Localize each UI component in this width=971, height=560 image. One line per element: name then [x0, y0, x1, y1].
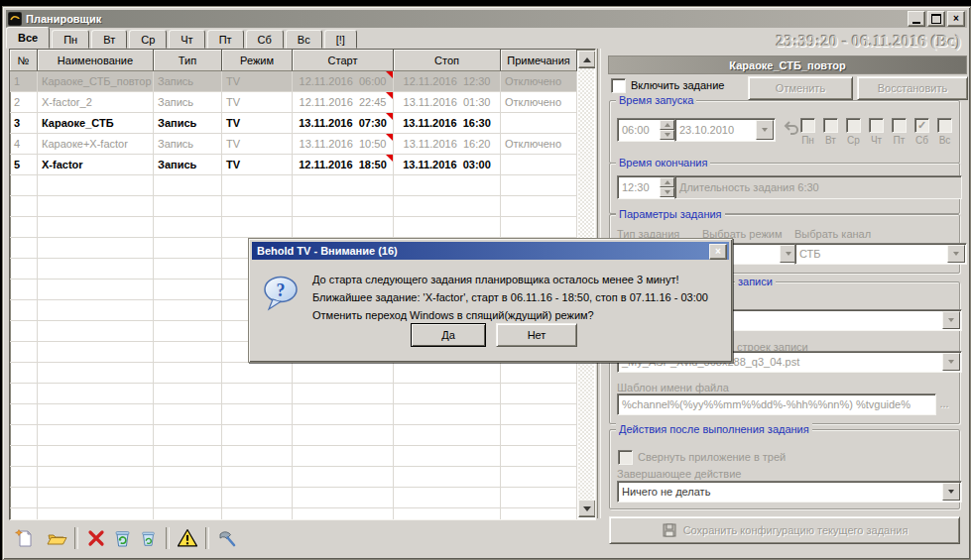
tray-checkbox-label: Свернуть приложение в трей: [638, 451, 786, 463]
table-row-empty: [10, 363, 577, 384]
channel-combo[interactable]: СТБ: [794, 243, 967, 265]
cancel-button[interactable]: Отменить: [748, 76, 853, 100]
table-row[interactable]: 3 Караоке_СТБ Запись TV 13.11.2016 07:30…: [10, 113, 577, 134]
dialog-title-bar: Behold TV - Внимание (16) ×: [252, 242, 729, 260]
start-time-spinner[interactable]: 06:00: [617, 118, 676, 142]
weekday-thu[interactable]: Чт: [865, 118, 888, 146]
final-action-combo[interactable]: Ничего не делать: [617, 481, 962, 503]
col-header-type[interactable]: Тип: [154, 50, 222, 71]
table-row[interactable]: 5 X-factor Запись TV 12.11.2016 18:50 13…: [10, 155, 577, 175]
weekday-sat[interactable]: ✓Сб: [910, 118, 933, 146]
behold-alert-dialog: Behold TV - Внимание (16) × ? До старта …: [248, 238, 733, 363]
recycle-timer-button[interactable]: [109, 526, 135, 550]
combo-arrow-icon[interactable]: [942, 353, 960, 371]
new-task-icon: [15, 528, 35, 548]
warnings-button[interactable]: [175, 526, 200, 550]
tab-sun[interactable]: Вс: [286, 30, 322, 49]
weekday-fri[interactable]: Пт: [888, 118, 910, 146]
table-row[interactable]: 4 Караоке+X-factor Запись TV 13.11.2016 …: [10, 134, 577, 155]
minimize-button[interactable]: [908, 11, 925, 27]
recycle-button[interactable]: [135, 526, 161, 550]
weekday-wed[interactable]: Ср: [842, 118, 865, 146]
cell-type: Запись: [154, 71, 222, 92]
cell-start: 13.11.2016 07:30: [293, 113, 394, 134]
combo-arrow-icon[interactable]: [942, 311, 960, 329]
tab-sat[interactable]: Сб: [246, 30, 284, 49]
weekday-mon[interactable]: Пн: [796, 118, 819, 146]
weekday-tue[interactable]: Вт: [819, 118, 842, 146]
final-action-label: Завершающее действие: [617, 468, 741, 480]
channel-label: Выбрать канал: [794, 228, 871, 240]
question-icon: ?: [262, 276, 300, 311]
enable-task-checkbox[interactable]: [611, 78, 626, 93]
tray-checkbox[interactable]: [618, 450, 633, 465]
cell-name: Караоке_СТБ: [38, 113, 154, 134]
combo-arrow-icon[interactable]: [942, 483, 960, 501]
cell-name: Караоке+X-factor: [38, 134, 154, 155]
spin-down-icon[interactable]: [660, 130, 674, 140]
spin-down-icon[interactable]: [660, 187, 674, 197]
cell-num: 5: [10, 155, 38, 175]
table-row-empty: [10, 488, 577, 508]
cell-name: Караоке_СТБ_повтор: [38, 71, 154, 92]
scroll-down-button[interactable]: [578, 500, 596, 517]
spin-up-icon[interactable]: [660, 177, 674, 187]
tab-mon[interactable]: Пн: [52, 30, 89, 49]
cell-name: X-factor_2: [38, 92, 154, 113]
table-row[interactable]: 2 X-factor_2 Запись TV 12.11.2016 22:45 …: [10, 92, 577, 113]
save-icon: [662, 522, 677, 538]
start-corner-mark: [386, 134, 393, 141]
cell-stop: 13.11.2016 16:20: [394, 134, 501, 155]
tools-button[interactable]: [214, 526, 240, 550]
tab-thu[interactable]: Чт: [169, 30, 204, 49]
start-date-combo[interactable]: 23.10.2010: [674, 118, 776, 142]
tools-hammer-icon: [217, 528, 238, 549]
cell-start: 12.11.2016 18:50: [293, 155, 394, 175]
tab-tue[interactable]: Вт: [91, 30, 127, 49]
spin-up-icon[interactable]: [660, 120, 674, 130]
enable-task-label: Включить задание: [631, 79, 724, 91]
arrow-down-icon: [583, 506, 591, 511]
end-time-spinner[interactable]: 12:30: [617, 175, 676, 199]
col-header-name[interactable]: Наименование: [38, 50, 154, 71]
restore-button[interactable]: Восстановить: [857, 76, 968, 100]
new-task-button[interactable]: [12, 526, 38, 550]
end-time-group: Время окончания 12:30 Длительность задан…: [609, 163, 960, 214]
col-header-notes[interactable]: Примечания: [501, 50, 577, 71]
tab-all[interactable]: Все: [6, 27, 50, 49]
scroll-up-button[interactable]: [578, 51, 596, 68]
col-header-stop[interactable]: Стоп: [394, 50, 501, 71]
tab-wed[interactable]: Ср: [129, 30, 167, 49]
col-header-num[interactable]: №: [10, 50, 38, 71]
dialog-close-button[interactable]: ×: [709, 244, 727, 260]
tab-alert[interactable]: [!]: [324, 30, 357, 49]
yes-button[interactable]: Да: [411, 323, 486, 347]
cell-name: X-factor: [38, 155, 154, 175]
open-folder-icon: [47, 528, 67, 548]
save-config-button[interactable]: Сохранить конфигурацию текущего задания: [609, 516, 960, 544]
cell-note: [501, 155, 577, 175]
cell-start: 12.11.2016 22:45: [293, 92, 394, 113]
combo-arrow-icon[interactable]: [756, 120, 774, 140]
col-header-start[interactable]: Старт: [293, 50, 394, 71]
maximize-button[interactable]: [927, 11, 945, 27]
no-button[interactable]: Нет: [496, 323, 577, 347]
cell-type: Запись: [154, 92, 222, 113]
table-row-empty: [10, 196, 577, 217]
cell-note: Отключено: [501, 134, 577, 155]
delete-task-button[interactable]: [83, 526, 109, 550]
col-header-mode[interactable]: Режим: [222, 50, 293, 71]
cell-num: 2: [10, 92, 38, 113]
open-button[interactable]: [44, 526, 69, 550]
params-group-label: Параметры задания: [616, 208, 725, 220]
table-row[interactable]: 1 Караоке_СТБ_повтор Запись TV 12.11.201…: [10, 71, 577, 92]
browse-button[interactable]: ...: [933, 397, 955, 411]
tab-fri[interactable]: Пт: [207, 30, 244, 49]
weekday-sun[interactable]: Вс: [933, 118, 956, 146]
table-row-empty: [10, 384, 577, 404]
close-button[interactable]: ×: [947, 11, 965, 27]
combo-arrow-icon[interactable]: [947, 245, 965, 263]
filename-template-field[interactable]: %channel%(%yy%%mm%%dd%-%hh%%nn%) %tvguid…: [617, 393, 936, 415]
recycle-timer-icon: [112, 528, 133, 549]
start-group-label: Время запуска: [616, 94, 696, 106]
